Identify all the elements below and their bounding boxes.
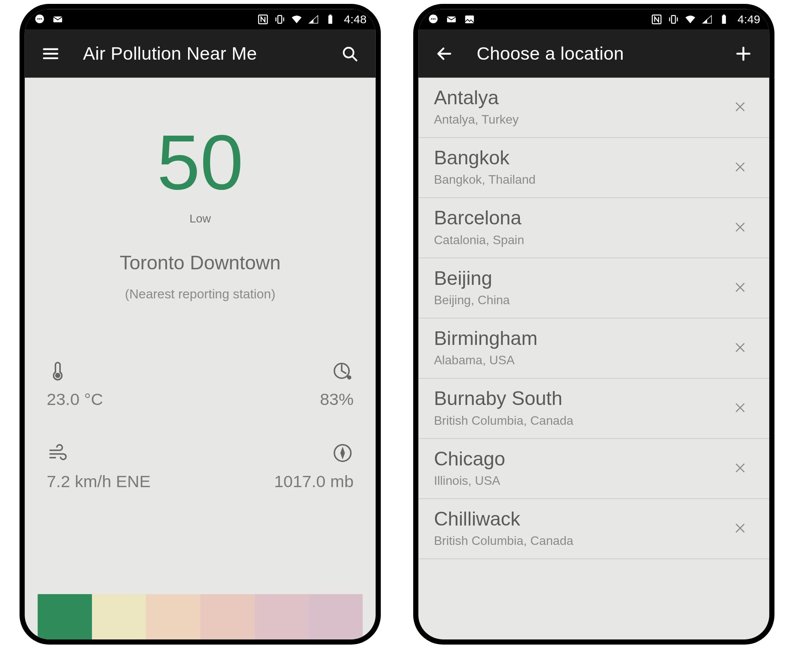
- back-button[interactable]: [430, 40, 458, 68]
- aqi-level: Low: [190, 212, 211, 226]
- location-item[interactable]: BangkokBangkok, Thailand: [418, 138, 769, 198]
- location-city: Beijing: [434, 267, 719, 289]
- app-title: Choose a location: [476, 43, 711, 64]
- phone-frame-main: 4:48 Air Pollution Near Me 50 Low Toront…: [19, 4, 381, 644]
- svg-rect-4: [54, 17, 62, 22]
- station-name: Toronto Downtown: [120, 252, 281, 274]
- temperature-value: 23.0 °C: [47, 389, 200, 410]
- location-city: Antalya: [434, 87, 719, 109]
- location-city: Bangkok: [434, 147, 719, 169]
- scale-swatch-6: [309, 594, 363, 639]
- remove-location-button[interactable]: [727, 214, 754, 241]
- status-time: 4:49: [737, 13, 760, 26]
- pressure-value: 1017.0 mb: [274, 472, 354, 492]
- wifi-icon: [684, 14, 696, 25]
- compass-icon: [331, 442, 354, 464]
- station-note: (Nearest reporting station): [125, 287, 275, 302]
- location-city: Birmingham: [434, 327, 719, 350]
- svg-rect-8: [329, 15, 331, 16]
- location-item[interactable]: BirminghamAlabama, USA: [418, 319, 769, 379]
- svg-rect-21: [722, 16, 726, 24]
- svg-point-14: [431, 18, 432, 19]
- svg-rect-18: [465, 16, 474, 23]
- location-city: Burnaby South: [434, 388, 719, 410]
- notification-chat-icon: [427, 14, 439, 25]
- humidity-stat: 83%: [200, 360, 354, 410]
- wind-stat: 7.2 km/h ENE: [47, 442, 200, 492]
- notification-mail-icon: [445, 14, 457, 25]
- wind-value: 7.2 km/h ENE: [47, 472, 200, 492]
- location-item[interactable]: BeijingBeijing, China: [418, 258, 769, 318]
- status-bar: 4:48: [25, 9, 376, 29]
- remove-location-button[interactable]: [727, 454, 754, 481]
- nfc-icon: [257, 14, 269, 25]
- cell-signal-icon: [701, 14, 713, 25]
- cell-signal-icon: [307, 14, 319, 25]
- battery-icon: [325, 14, 336, 25]
- location-region: Illinois, USA: [434, 474, 719, 488]
- location-item[interactable]: Burnaby SouthBritish Columbia, Canada: [418, 379, 769, 439]
- phone-frame-locations: 4:49 Choose a location AntalyaAntalya, T…: [413, 4, 775, 644]
- remove-location-button[interactable]: [727, 274, 754, 301]
- vibrate-icon: [668, 14, 679, 25]
- temperature-stat: 23.0 °C: [47, 360, 200, 410]
- vibrate-icon: [274, 14, 286, 25]
- location-item[interactable]: ChicagoIllinois, USA: [418, 439, 769, 499]
- app-bar: Air Pollution Near Me: [25, 30, 376, 78]
- svg-rect-22: [723, 15, 725, 16]
- scale-swatch-5: [254, 594, 309, 639]
- svg-rect-17: [447, 17, 456, 22]
- aqi-value: 50: [157, 123, 243, 200]
- svg-point-15: [433, 18, 434, 19]
- svg-rect-7: [328, 16, 332, 24]
- svg-point-16: [434, 18, 435, 19]
- app-title: Air Pollution Near Me: [83, 43, 318, 64]
- svg-point-10: [56, 374, 59, 377]
- notification-image-icon: [464, 14, 475, 25]
- scale-swatch-1: [38, 594, 92, 639]
- svg-point-1: [37, 18, 38, 19]
- wifi-icon: [291, 14, 302, 25]
- notification-chat-icon: [34, 14, 45, 25]
- humidity-value: 83%: [320, 389, 354, 410]
- battery-icon: [718, 14, 730, 25]
- location-region: Alabama, USA: [434, 353, 719, 368]
- location-region: Antalya, Turkey: [434, 113, 719, 127]
- status-bar: 4:49: [418, 9, 769, 29]
- pressure-stat: 1017.0 mb: [200, 442, 354, 492]
- location-city: Barcelona: [434, 207, 719, 229]
- menu-button[interactable]: [36, 40, 65, 68]
- scale-swatch-4: [200, 594, 254, 639]
- search-button[interactable]: [335, 40, 364, 68]
- wind-icon: [47, 442, 200, 464]
- add-location-button[interactable]: [729, 40, 758, 68]
- location-item[interactable]: AntalyaAntalya, Turkey: [418, 78, 769, 138]
- svg-rect-6: [278, 16, 282, 23]
- svg-point-2: [39, 18, 40, 19]
- app-bar: Choose a location: [418, 30, 769, 78]
- svg-point-3: [41, 18, 42, 19]
- scale-swatch-2: [92, 594, 146, 639]
- location-item[interactable]: BarcelonaCatalonia, Spain: [418, 198, 769, 258]
- remove-location-button[interactable]: [727, 394, 754, 421]
- location-region: Beijing, China: [434, 293, 719, 307]
- notification-mail-icon: [52, 14, 64, 25]
- location-item[interactable]: ChilliwackBritish Columbia, Canada: [418, 499, 769, 559]
- nfc-icon: [651, 14, 663, 25]
- location-region: British Columbia, Canada: [434, 534, 719, 548]
- svg-rect-20: [671, 16, 675, 23]
- aqi-color-scale: [38, 594, 362, 639]
- location-region: British Columbia, Canada: [434, 414, 719, 428]
- remove-location-button[interactable]: [727, 515, 754, 542]
- scale-swatch-3: [146, 594, 200, 639]
- location-region: Bangkok, Thailand: [434, 173, 719, 187]
- thermometer-icon: [47, 360, 200, 382]
- remove-location-button[interactable]: [727, 334, 754, 361]
- location-city: Chicago: [434, 448, 719, 470]
- location-city: Chilliwack: [434, 508, 719, 530]
- location-region: Catalonia, Spain: [434, 233, 719, 247]
- humidity-icon: [331, 360, 354, 382]
- remove-location-button[interactable]: [727, 153, 754, 181]
- remove-location-button[interactable]: [727, 93, 754, 120]
- svg-point-9: [344, 48, 354, 57]
